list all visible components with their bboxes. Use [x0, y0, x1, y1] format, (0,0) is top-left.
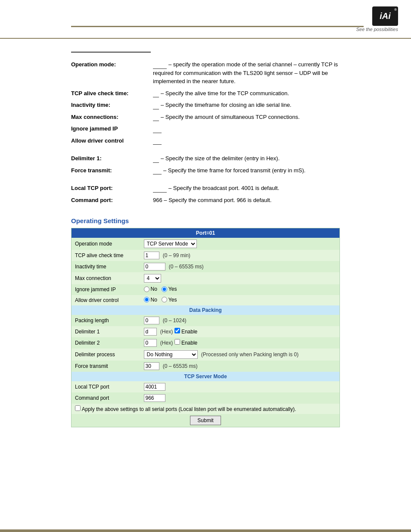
- blank-allow-driver: [153, 144, 162, 145]
- desc-label-ignore-jammed: Ignore jammed IP: [71, 124, 153, 133]
- value-max-connection: 1 2 3 4 5 6 7 8: [140, 272, 340, 284]
- hint-delimiter1-hex: (Hex): [160, 329, 173, 335]
- hint-delimiter-process: (Processed only when Packing length is 0…: [201, 352, 299, 358]
- desc-row-tcp-alive: TCP alive check time: – Specify the aliv…: [71, 89, 340, 98]
- value-local-tcp-port: [140, 381, 340, 392]
- radio-allow-driver-yes[interactable]: Yes: [162, 297, 177, 303]
- input-delimiter1[interactable]: [144, 328, 157, 336]
- desc-value-local-tcp: – Specify the broadcast port. 4001 is de…: [153, 184, 340, 193]
- content-area: Operation mode: – specify the operation …: [0, 39, 411, 457]
- value-packing-length: (0 – 1024): [140, 315, 340, 326]
- operating-settings-title: Operating Settings: [71, 217, 340, 224]
- desc-label-command-port: Command port:: [71, 196, 153, 205]
- input-delimiter2[interactable]: [144, 339, 157, 347]
- value-ignore-jammed-ip: No Yes: [140, 284, 340, 295]
- page-wrapper: iAi ® See the possibilities Operation mo…: [0, 0, 411, 532]
- radio-input-allow-driver-yes[interactable]: [162, 297, 167, 302]
- desc-row-operation-mode: Operation mode: – specify the operation …: [71, 60, 340, 86]
- input-tcp-alive[interactable]: [144, 252, 159, 259]
- row-force-transmit: Force transmit (0 – 65535 ms): [72, 361, 340, 372]
- desc-label-delimiter1: Delimiter 1:: [71, 154, 153, 163]
- input-inactivity-time[interactable]: [144, 263, 165, 271]
- radio-input-ignore-jammed-no[interactable]: [144, 286, 149, 292]
- input-force-transmit[interactable]: [144, 362, 159, 370]
- hint-tcp-alive: (0 – 99 min): [163, 252, 190, 258]
- row-inactivity-time: Inactivity time (0 – 65535 ms): [72, 261, 340, 272]
- logo-registered: ®: [394, 8, 397, 12]
- apply-all-text: Apply the above settings to all serial p…: [82, 406, 296, 412]
- row-submit: Submit: [72, 414, 340, 427]
- blank-delimiter1: [153, 162, 159, 163]
- row-packing-length: Packing length (0 – 1024): [72, 315, 340, 326]
- data-packing-header-row: Data Packing: [72, 305, 340, 315]
- desc-label-local-tcp: Local TCP port:: [71, 184, 153, 193]
- label-delimiter-process: Delimiter process: [72, 348, 140, 361]
- input-local-tcp-port[interactable]: [144, 383, 165, 391]
- description-section: Operation mode: – specify the operation …: [71, 52, 340, 204]
- row-apply-all: Apply the above settings to all serial p…: [72, 404, 340, 414]
- label-delimiter2: Delimiter 2: [72, 337, 140, 348]
- bottom-bar: [0, 529, 411, 532]
- label-inactivity-time: Inactivity time: [72, 261, 140, 272]
- submit-button[interactable]: Submit: [190, 416, 221, 425]
- row-operation-mode: Operation mode TCP Server Mode UDP Mode: [72, 238, 340, 250]
- radio-ignore-jammed-no[interactable]: No: [144, 286, 157, 292]
- desc-value-force-transmit: – Specify the time frame for forced tran…: [153, 166, 340, 175]
- desc-value-inactivity: – Specify the timeframe for closing an i…: [153, 101, 340, 109]
- select-max-connection[interactable]: 1 2 3 4 5 6 7 8: [144, 274, 161, 283]
- checkbox-apply-all[interactable]: [75, 405, 81, 411]
- row-delimiter2: Delimiter 2 (Hex) Enable: [72, 337, 340, 348]
- input-packing-length[interactable]: [144, 317, 159, 324]
- logo-tagline: See the possibilities: [356, 27, 398, 32]
- label-apply-all[interactable]: Apply the above settings to all serial p…: [75, 406, 296, 412]
- desc-value-max-connections: – Specify the amount of simultaneous TCP…: [153, 113, 340, 121]
- label-operation-mode: Operation mode: [72, 238, 140, 250]
- apply-all-cell: Apply the above settings to all serial p…: [72, 404, 340, 414]
- radio-allow-driver-no[interactable]: No: [144, 297, 157, 303]
- select-operation-mode[interactable]: TCP Server Mode UDP Mode: [144, 240, 197, 248]
- blank-operation-mode: [153, 68, 167, 69]
- radio-input-ignore-jammed-yes[interactable]: [162, 286, 167, 292]
- value-allow-driver-control: No Yes: [140, 295, 340, 306]
- desc-label-allow-driver: Allow driver control: [71, 137, 153, 145]
- desc-label-tcp-alive: TCP alive check time:: [71, 89, 153, 98]
- settings-table: Port=01 Operation mode TCP Server Mode U…: [71, 228, 340, 427]
- checkbox-delimiter2-enable[interactable]: [174, 339, 180, 345]
- value-delimiter2: (Hex) Enable: [140, 337, 340, 348]
- label-delimiter1: Delimiter 1: [72, 326, 140, 337]
- row-max-connection: Max connection 1 2 3 4 5 6 7 8: [72, 272, 340, 284]
- desc-row-force-transmit: Force transmit: – Specify the time frame…: [71, 166, 340, 175]
- input-command-port[interactable]: [144, 394, 165, 402]
- operating-section: Operating Settings Port=01 Operation mod…: [71, 217, 340, 427]
- top-line: [71, 26, 364, 27]
- desc-label-force-transmit: Force transmit:: [71, 166, 153, 175]
- hint-inactivity-time: (0 – 65535 ms): [169, 264, 204, 270]
- label-force-transmit: Force transmit: [72, 361, 140, 372]
- row-command-port: Command port: [72, 392, 340, 404]
- row-allow-driver-control: Allow driver control No Yes: [72, 295, 340, 306]
- desc-value-operation-mode: – specify the operation mode of the seri…: [153, 60, 340, 86]
- desc-row-max-connections: Max connections: – Specify the amount of…: [71, 113, 340, 121]
- label-allow-driver-control: Allow driver control: [72, 295, 140, 306]
- desc-row-ignore-jammed: Ignore jammed IP: [71, 124, 340, 133]
- value-delimiter1: (Hex) Enable: [140, 326, 340, 337]
- checkbox-delimiter1-enable[interactable]: [174, 328, 180, 333]
- radio-group-allow-driver: No Yes: [144, 297, 177, 303]
- value-command-port: [140, 392, 340, 404]
- blank-max-connections: [153, 121, 159, 121]
- logo-area: iAi ® See the possibilities: [356, 6, 398, 32]
- top-bar: iAi ® See the possibilities: [0, 0, 411, 39]
- blank-local-tcp: [153, 192, 167, 193]
- radio-ignore-jammed-yes[interactable]: Yes: [162, 286, 177, 292]
- hint-force-transmit: (0 – 65535 ms): [163, 363, 198, 369]
- row-delimiter1: Delimiter 1 (Hex) Enable: [72, 326, 340, 337]
- label-ignore-jammed-ip: Ignore jammed IP: [72, 284, 140, 295]
- row-tcp-alive: TCP alive check time (0 – 99 min): [72, 250, 340, 261]
- radio-group-ignore-jammed: No Yes: [144, 286, 177, 292]
- select-delimiter-process[interactable]: Do Nothing Strip Delimiter Strip All Del…: [144, 350, 198, 359]
- desc-label-inactivity: Inactivity time:: [71, 101, 153, 109]
- row-ignore-jammed-ip: Ignore jammed IP No Yes: [72, 284, 340, 295]
- radio-input-allow-driver-no[interactable]: [144, 297, 149, 302]
- port-header: Port=01: [72, 228, 340, 238]
- tcp-server-header: TCP Server Mode: [72, 372, 340, 381]
